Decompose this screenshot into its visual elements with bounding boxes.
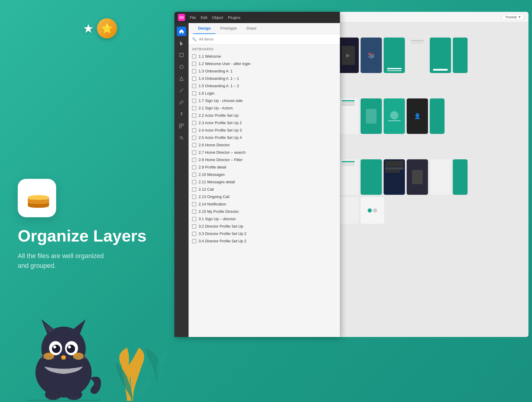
artboard-name-10: 2.4 Actor Profile Set Up 3 bbox=[199, 128, 242, 132]
artboard-item-16[interactable]: 2.10 Messages bbox=[189, 171, 340, 178]
artboard-name-7: 2.1 Sign Up - Actors bbox=[199, 106, 233, 110]
search-icon: 🔍 bbox=[192, 37, 197, 41]
actor-phone-3 bbox=[361, 98, 382, 134]
svg-point-13 bbox=[68, 346, 71, 348]
rectangle-tool[interactable] bbox=[177, 50, 186, 60]
artboard-name-8: 2.2 Actor Profile Set Up bbox=[199, 113, 239, 118]
artboard-icon-3 bbox=[192, 77, 196, 81]
tab-prototype[interactable]: Prototype bbox=[215, 23, 241, 34]
xd-search-bar: 🔍 bbox=[189, 34, 340, 45]
artboard-item-5[interactable]: 1.6 Login bbox=[189, 90, 340, 97]
artboard-name-9: 2.3 Actor Profile Set Up 2 bbox=[199, 121, 242, 125]
artboard-icon-14 bbox=[192, 158, 196, 162]
ellipse-tool[interactable] bbox=[177, 62, 186, 72]
xd-tabs: Design Prototype Share bbox=[189, 23, 340, 34]
artboard-icon-5 bbox=[192, 91, 196, 95]
svg-rect-31 bbox=[180, 53, 183, 57]
artboard-name-5: 1.6 Login bbox=[199, 91, 215, 95]
page-title: Organize Layers bbox=[18, 227, 183, 245]
cursor-tool[interactable] bbox=[177, 38, 186, 48]
artboard-icon-11 bbox=[192, 136, 196, 140]
svg-line-34 bbox=[180, 89, 183, 92]
artboards-section-label: ARTBOARDS bbox=[189, 45, 340, 53]
artboard-icon-16 bbox=[192, 173, 196, 177]
director-expand-area bbox=[361, 197, 384, 224]
artboard-item-11[interactable]: 2.5 Actor Profile Set Up 4 bbox=[189, 134, 340, 141]
menu-edit[interactable]: Edit bbox=[201, 15, 207, 20]
home-tool[interactable] bbox=[177, 27, 186, 36]
artboard-name-12: 2.6 Home Director bbox=[199, 143, 230, 147]
svg-rect-37 bbox=[179, 126, 181, 128]
menu-plugins[interactable]: Plugins bbox=[228, 15, 241, 20]
search-input[interactable] bbox=[199, 37, 336, 41]
artboard-icon-4 bbox=[192, 84, 196, 88]
artboard-item-1[interactable]: 1.2 Welcome User - after login bbox=[189, 60, 340, 67]
artboard-name-23: 3.2 Director Profile Set Up bbox=[199, 224, 243, 228]
menu-file[interactable]: File bbox=[190, 15, 196, 20]
actor-phone-2 bbox=[338, 98, 359, 134]
pen-tool[interactable] bbox=[177, 98, 186, 107]
artboard-name-19: 2.13 Ongoing Call bbox=[199, 194, 229, 199]
menu-object[interactable]: Object bbox=[212, 15, 223, 20]
artboard-item-25[interactable]: 3.4 Director Profile Set Up 2 bbox=[189, 237, 340, 245]
svg-point-12 bbox=[53, 346, 56, 348]
director-phone-6 bbox=[430, 159, 451, 195]
artboard-icon-12 bbox=[192, 143, 196, 147]
artboard-item-2[interactable]: 1.3 Onboarding A .1 bbox=[189, 67, 340, 75]
artboard-item-0[interactable]: 1.1 Welcome bbox=[189, 53, 340, 60]
artboard-item-15[interactable]: 2.9 Profile detail bbox=[189, 163, 340, 171]
artboard-name-21: 2.15 My Profile Director bbox=[199, 209, 239, 214]
text-tool[interactable]: T bbox=[177, 109, 186, 119]
zoom-tool[interactable] bbox=[177, 133, 186, 142]
canvas-content: Screens ●●● ⭐ ▶ 📚 bbox=[310, 22, 528, 230]
screen-phone-3: 📚 bbox=[361, 38, 382, 73]
artboard-name-13: 2.7 Home Director – search bbox=[199, 150, 246, 155]
component-tool[interactable] bbox=[177, 121, 186, 131]
artboard-item-4[interactable]: 1.5 Onboarding A .1 – 2 bbox=[189, 82, 340, 90]
artboard-item-7[interactable]: 2.1 Sign Up - Actors bbox=[189, 104, 340, 112]
line-tool[interactable] bbox=[177, 86, 186, 95]
artboard-item-3[interactable]: 1.4 Onboarding A .1 – 1 bbox=[189, 75, 340, 82]
artboard-item-17[interactable]: 2.11 Messages detail bbox=[189, 178, 340, 186]
artboard-item-20[interactable]: 2.14 Notification bbox=[189, 200, 340, 208]
artboard-name-16: 2.10 Messages bbox=[199, 172, 225, 177]
artboard-item-10[interactable]: 2.4 Actor Profile Set Up 3 bbox=[189, 127, 340, 134]
actor-phone-row: 👤 bbox=[314, 98, 524, 134]
tab-design[interactable]: Design bbox=[193, 23, 215, 34]
artboard-icon-1 bbox=[192, 62, 196, 66]
screen-phone-4 bbox=[384, 38, 405, 73]
artboard-name-22: 3.1 Sign Up – director bbox=[199, 217, 236, 221]
artboard-icon-8 bbox=[192, 114, 196, 118]
artboard-item-19[interactable]: 2.13 Ongoing Call bbox=[189, 193, 340, 200]
star-avatar: ⭐ bbox=[97, 18, 117, 38]
artboard-item-23[interactable]: 3.2 Director Profile Set Up bbox=[189, 223, 340, 230]
svg-line-39 bbox=[182, 138, 183, 140]
artboard-item-21[interactable]: 2.15 My Profile Director bbox=[189, 208, 340, 215]
artboard-icon-17 bbox=[192, 180, 196, 184]
artboard-name-15: 2.9 Profile detail bbox=[199, 165, 226, 169]
artboard-name-14: 2.8 Home Director – Filter bbox=[199, 158, 243, 162]
director-phone-7 bbox=[453, 159, 468, 195]
artboard-item-9[interactable]: 2.3 Actor Profile Set Up 2 bbox=[189, 119, 340, 127]
artboard-item-12[interactable]: 2.6 Home Director bbox=[189, 141, 340, 149]
artboard-icon-10 bbox=[192, 128, 196, 132]
artboard-icon-25 bbox=[192, 239, 196, 243]
director-phone-row-2 bbox=[314, 197, 524, 224]
artboard-icon-22 bbox=[192, 217, 196, 221]
xd-design-panel[interactable]: Design Prototype Share 🔍 ARTBOARDS 1.1 W… bbox=[189, 23, 340, 337]
svg-rect-35 bbox=[179, 124, 181, 126]
tab-share[interactable]: Share bbox=[241, 23, 261, 34]
triangle-tool[interactable] bbox=[177, 74, 186, 83]
artboard-item-8[interactable]: 2.2 Actor Profile Set Up bbox=[189, 112, 340, 119]
artboard-item-14[interactable]: 2.8 Home Director – Filter bbox=[189, 156, 340, 163]
artboard-item-24[interactable]: 3.3 Director Profile Set Up 2 bbox=[189, 230, 340, 237]
screen-phone-6 bbox=[430, 38, 451, 73]
artboard-item-22[interactable]: 3.1 Sign Up – director bbox=[189, 215, 340, 223]
artboard-item-6[interactable]: 1.7 Sign Up - choose side bbox=[189, 97, 340, 104]
artboard-item-13[interactable]: 2.7 Home Director – search bbox=[189, 149, 340, 156]
artboard-item-18[interactable]: 2.12 Call bbox=[189, 186, 340, 193]
screen-phone-2: ▶ bbox=[338, 38, 359, 73]
star-white-icon: ★ bbox=[83, 21, 94, 36]
director-phone-4 bbox=[384, 159, 405, 195]
svg-point-38 bbox=[180, 136, 182, 139]
